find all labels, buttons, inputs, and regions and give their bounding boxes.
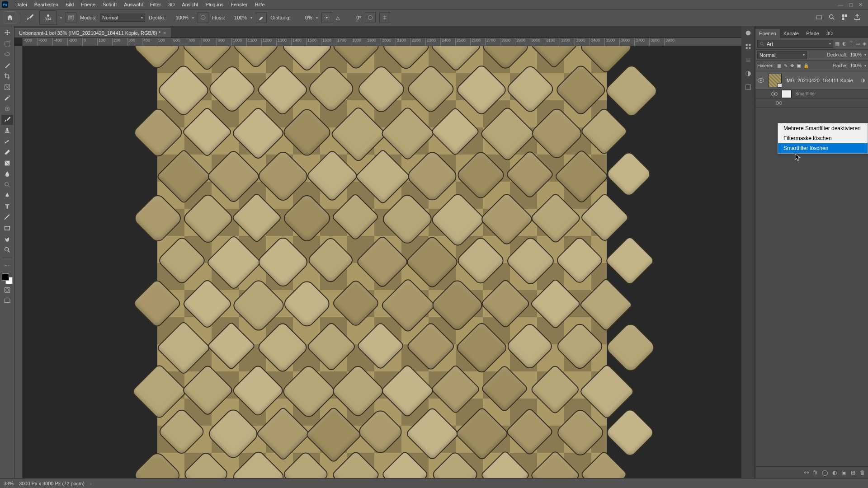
stamp-tool[interactable] — [1, 126, 13, 136]
smartfilter-row[interactable]: Smartfilter — [755, 89, 868, 99]
smartfilter-mask-thumb[interactable] — [782, 90, 792, 98]
new-layer-icon[interactable]: ⊞ — [851, 469, 855, 476]
menu-fenster[interactable]: Fenster — [227, 2, 251, 7]
swatches-panel-icon[interactable] — [744, 42, 752, 51]
canvas[interactable] — [23, 46, 741, 478]
fill-value[interactable]: 100% — [850, 63, 862, 68]
layer-blend-dropdown[interactable]: Normal▾ — [757, 51, 807, 59]
smartfilter-effect-row[interactable] — [755, 99, 868, 108]
blur-tool[interactable] — [1, 169, 13, 179]
home-button[interactable] — [4, 11, 16, 24]
gradient-tool[interactable] — [1, 158, 13, 168]
smoothing-options-button[interactable] — [321, 12, 332, 23]
share-icon[interactable] — [854, 14, 861, 22]
flow-input[interactable]: 100% — [229, 15, 247, 20]
tab-kanaele[interactable]: Kanäle — [780, 29, 802, 38]
mask-icon[interactable]: ◯ — [822, 469, 828, 476]
adjustments-panel-icon[interactable] — [744, 70, 752, 78]
marquee-tool[interactable] — [1, 39, 13, 49]
menu-plugins[interactable]: Plug-ins — [202, 2, 227, 7]
filter-shape-icon[interactable]: ▭ — [855, 41, 860, 47]
frame-tool[interactable] — [1, 82, 13, 92]
zoom-tool[interactable] — [1, 245, 13, 255]
brush-settings-button[interactable] — [66, 12, 76, 23]
menu-filter[interactable]: Filter — [146, 2, 165, 7]
filter-pixel-icon[interactable]: ▦ — [835, 41, 840, 47]
brush-tool-icon[interactable] — [24, 12, 36, 23]
lock-position-icon[interactable]: ✥ — [790, 63, 794, 68]
group-icon[interactable]: ▣ — [841, 469, 846, 476]
tab-close-icon[interactable]: × — [163, 30, 166, 36]
brush-tool[interactable] — [1, 115, 13, 125]
visibility-icon[interactable] — [758, 78, 764, 83]
menu-auswahl[interactable]: Auswahl — [120, 2, 146, 7]
tab-pfade[interactable]: Pfade — [802, 29, 823, 38]
opacity-pressure-button[interactable] — [198, 12, 208, 23]
menu-datei[interactable]: Datei — [12, 2, 31, 7]
path-tool[interactable] — [1, 212, 13, 222]
lock-transparency-icon[interactable]: ▦ — [777, 63, 781, 68]
filter-smart-icon[interactable]: ◈ — [863, 41, 866, 47]
workspace-icon[interactable] — [841, 14, 848, 22]
filter-type-icon[interactable]: T — [849, 41, 853, 47]
pressure-size-button[interactable] — [365, 12, 376, 23]
blend-mode-dropdown[interactable]: Normal▾ — [100, 14, 145, 22]
layer-link-icon[interactable]: ◑ — [861, 77, 868, 83]
menu-3d[interactable]: 3D — [165, 2, 178, 7]
visibility-icon[interactable] — [771, 92, 778, 96]
hand-tool[interactable] — [1, 234, 13, 244]
menu-ansicht[interactable]: Ansicht — [178, 2, 202, 7]
menu-schrift[interactable]: Schrift — [99, 2, 120, 7]
adjustment-icon[interactable]: ◐ — [832, 469, 837, 476]
ctx-disable-smartfilters[interactable]: Mehrere Smartfilter deaktivieren — [778, 123, 868, 133]
menu-hilfe[interactable]: Hilfe — [251, 2, 268, 7]
rectangle-tool[interactable] — [1, 223, 13, 233]
crop-tool[interactable] — [1, 71, 13, 81]
close-icon[interactable]: ✕ — [859, 2, 863, 8]
dodge-tool[interactable] — [1, 180, 13, 190]
document-info[interactable]: 3000 Px x 3000 Px (72 ppcm) — [19, 481, 85, 486]
tab-3d[interactable]: 3D — [823, 29, 836, 38]
lock-paint-icon[interactable]: ✎ — [784, 63, 788, 68]
layer-name[interactable]: IMG_20210420_184411 Kopie — [783, 78, 861, 83]
history-brush-tool[interactable] — [1, 136, 13, 146]
tab-ebenen[interactable]: Ebenen — [755, 29, 780, 38]
opacity-input[interactable]: 100% — [170, 15, 189, 20]
menu-bild[interactable]: Bild — [62, 2, 77, 7]
screenmode-tool[interactable] — [1, 296, 13, 306]
maximize-icon[interactable]: ▢ — [849, 2, 853, 8]
zoom-level[interactable]: 33% — [4, 481, 14, 486]
document-tab[interactable]: Unbenannt-1 bei 33% (IMG_20210420_184411… — [14, 28, 171, 38]
wand-tool[interactable] — [1, 61, 13, 70]
type-tool[interactable] — [1, 202, 13, 211]
quickmask-tool[interactable] — [1, 285, 13, 295]
edit-toolbar-icon[interactable]: ⋯ — [1, 261, 13, 271]
link-layers-icon[interactable]: ⚯ — [804, 469, 809, 476]
smoothing-input[interactable]: 0% — [294, 15, 312, 20]
search-icon[interactable] — [828, 14, 835, 22]
lasso-tool[interactable] — [1, 50, 13, 60]
fx-icon[interactable]: fx — [813, 469, 817, 476]
cloud-docs-icon[interactable] — [816, 14, 823, 22]
delete-icon[interactable]: 🗑 — [860, 469, 865, 476]
color-swatches[interactable] — [2, 273, 13, 284]
libraries-panel-icon[interactable] — [744, 83, 752, 91]
properties-panel-icon[interactable] — [744, 56, 752, 64]
color-panel-icon[interactable] — [744, 29, 752, 37]
lock-artboard-icon[interactable]: ▣ — [797, 63, 801, 68]
eraser-tool[interactable] — [1, 147, 13, 157]
layer-row[interactable]: IMG_20210420_184411 Kopie ◑ — [755, 71, 868, 89]
ctx-delete-smartfilter[interactable]: Smartfilter löschen — [778, 143, 868, 153]
lock-all-icon[interactable]: 🔒 — [803, 63, 809, 68]
brush-preset-picker[interactable]: 334 — [39, 10, 57, 25]
layer-thumbnail[interactable] — [768, 74, 782, 87]
airbrush-button[interactable] — [256, 12, 267, 23]
ctx-delete-filtermask[interactable]: Filtermaske löschen — [778, 133, 868, 143]
pen-tool[interactable] — [1, 191, 13, 201]
eyedropper-tool[interactable] — [1, 93, 13, 103]
menu-bearbeiten[interactable]: Bearbeiten — [31, 2, 62, 7]
symmetry-button[interactable] — [379, 12, 390, 23]
layer-filter-dropdown[interactable]: Art ▾ — [757, 40, 833, 48]
angle-input[interactable]: 0° — [343, 15, 361, 20]
visibility-icon[interactable] — [776, 101, 782, 105]
